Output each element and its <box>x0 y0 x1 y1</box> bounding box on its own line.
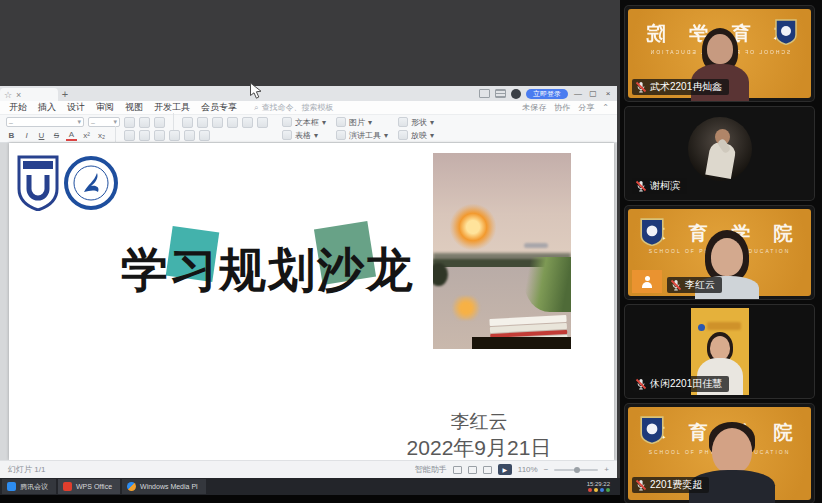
wps-status-bar: 幻灯片 1/1 智能助手 ▶ 110% − + <box>0 460 617 478</box>
small-circle-logo <box>698 324 705 331</box>
insert-picture-button[interactable]: 图片▾ <box>336 117 388 128</box>
speech-tools-icon <box>336 130 346 140</box>
blurred-banner-text <box>707 322 741 330</box>
align-center-icon[interactable] <box>139 130 150 141</box>
insert-table-button[interactable]: 表格▾ <box>282 130 326 141</box>
columns-icon[interactable] <box>184 130 195 141</box>
login-button[interactable]: 立即登录 <box>526 89 568 99</box>
shrink-font-icon[interactable] <box>139 117 150 128</box>
participant-name: 武术2201冉灿鑫 <box>650 80 722 94</box>
tray-icon-red[interactable] <box>588 488 592 492</box>
font-family-select[interactable]: –▾ <box>6 117 84 127</box>
tray-icon-yellow[interactable] <box>594 488 598 492</box>
textbox-icon <box>282 117 292 127</box>
command-search[interactable]: ⌕ 查找命令、搜索模板 <box>254 102 333 113</box>
speech-tools-button[interactable]: 演讲工具▾ <box>336 130 388 141</box>
font-color-button[interactable]: A <box>66 130 77 141</box>
share-button[interactable]: 分享 <box>578 102 594 113</box>
mic-muted-icon <box>635 81 647 93</box>
ai-assistant-button[interactable]: 智能助手 <box>415 464 447 475</box>
clear-format-icon[interactable] <box>154 117 165 128</box>
insert-shape-button[interactable]: 形状▾ <box>398 117 434 128</box>
system-tray: 15:29:22 <box>587 481 620 492</box>
subscript-button[interactable]: x₂ <box>96 131 107 140</box>
menu-design[interactable]: 设计 <box>67 101 85 114</box>
menu-review[interactable]: 审阅 <box>96 101 114 114</box>
taskbar-app-wps[interactable]: WPS Office <box>58 479 120 494</box>
zoom-slider[interactable] <box>554 469 598 471</box>
taskbar-app-media-player[interactable]: Windows Media Pl <box>122 479 206 494</box>
participant-tile-2[interactable]: 谢柯滨 <box>625 107 814 200</box>
indent-increase-icon[interactable] <box>227 117 238 128</box>
zoom-out-icon[interactable]: − <box>544 465 549 474</box>
maximize-button[interactable]: ▢ <box>588 89 598 98</box>
table-icon <box>282 130 292 140</box>
grow-font-icon[interactable] <box>124 117 135 128</box>
quick-actions: 未保存 协作 分享 ⌃ <box>522 102 617 113</box>
menu-devtools[interactable]: 开发工具 <box>154 101 190 114</box>
participant-name-bar: 李红云 <box>667 277 722 293</box>
participant-tile-5[interactable]: 体 育 学 院 SCHOOL OF PHYSICAL EDUCATION 2 <box>625 404 814 503</box>
cooperate-button[interactable]: 协作 <box>554 102 570 113</box>
participant-name-bar: 休闲2201田佳慧 <box>632 376 729 392</box>
superscript-button[interactable]: x² <box>81 131 92 140</box>
normal-view-icon[interactable] <box>453 466 462 474</box>
user-avatar[interactable] <box>511 89 521 99</box>
zoom-slider-knob[interactable] <box>574 467 580 473</box>
slide-date[interactable]: 2022年9月21日 <box>357 434 601 460</box>
mic-muted-icon <box>635 378 647 390</box>
strike-button[interactable]: S <box>51 131 62 140</box>
participant-tile-4[interactable]: 休闲2201田佳慧 <box>625 305 814 398</box>
tab-star-icon[interactable]: ☆ <box>4 90 12 100</box>
layout-switch-icon[interactable] <box>479 89 490 98</box>
wps-ribbon: –▾ –▾ B I <box>0 115 617 143</box>
paragraph-settings-icon[interactable] <box>199 130 210 141</box>
reading-view-icon[interactable] <box>483 466 492 474</box>
mic-muted-icon <box>635 180 647 192</box>
slide-author[interactable]: 李红云 <box>379 409 579 435</box>
zoom-level[interactable]: 110% <box>518 465 538 474</box>
search-placeholder: 查找命令、搜索模板 <box>261 102 333 113</box>
tray-icon-green[interactable] <box>606 488 610 492</box>
tray-clock: 15:29:22 <box>587 481 610 487</box>
align-right-icon[interactable] <box>154 130 165 141</box>
italic-button[interactable]: I <box>21 131 32 140</box>
apps-grid-icon[interactable] <box>495 89 506 98</box>
underline-button[interactable]: U <box>36 131 47 140</box>
photo-ledge <box>472 337 571 349</box>
play-slideshow-button[interactable]: ▶ <box>498 464 512 475</box>
participant-tile-1[interactable]: 体 育 学 院 SCHOOL OF PHYSICAL EDUCATION 武 <box>625 6 814 101</box>
participant-tile-3[interactable]: 体 育 学 院 SCHOOL OF PHYSICAL EDUCATION <box>625 206 814 299</box>
document-tab[interactable]: ☆ × <box>0 88 58 101</box>
participant-name-bar: 谢柯滨 <box>632 178 687 194</box>
mouse-cursor <box>249 82 263 100</box>
align-justify-icon[interactable] <box>169 130 180 141</box>
numbered-list-icon[interactable] <box>197 117 208 128</box>
line-spacing-icon[interactable] <box>242 117 253 128</box>
close-button[interactable]: × <box>603 89 613 98</box>
insert-textbox-button[interactable]: 文本框▾ <box>282 117 326 128</box>
shared-desktop-taskbar: 腾讯会议 WPS Office Windows Media Pl 15:29:2… <box>0 478 620 495</box>
menu-member[interactable]: 会员专享 <box>201 101 237 114</box>
new-tab-button[interactable]: + <box>58 88 72 100</box>
slide-title-block[interactable]: 学习规划沙龙 <box>121 239 501 307</box>
collapse-ribbon-icon[interactable]: ⌃ <box>602 103 609 112</box>
slideshow-button[interactable]: 放映▾ <box>398 130 434 141</box>
slideshow-icon <box>398 130 408 140</box>
zoom-in-icon[interactable]: + <box>604 465 609 474</box>
bold-button[interactable]: B <box>6 131 17 140</box>
minimize-button[interactable]: — <box>573 89 583 98</box>
indent-decrease-icon[interactable] <box>212 117 223 128</box>
menu-insert[interactable]: 插入 <box>38 101 56 114</box>
taskbar-app-meeting[interactable]: 腾讯会议 <box>2 479 56 494</box>
sorter-view-icon[interactable] <box>468 466 477 474</box>
tray-icon-blue[interactable] <box>600 488 604 492</box>
wps-app-icon <box>63 482 72 491</box>
bullet-list-icon[interactable] <box>182 117 193 128</box>
text-direction-icon[interactable] <box>257 117 268 128</box>
tab-close-icon[interactable]: × <box>16 90 21 100</box>
menu-view[interactable]: 视图 <box>125 101 143 114</box>
menu-start[interactable]: 开始 <box>9 101 27 114</box>
slide-canvas[interactable]: 学习规划沙龙 <box>9 143 614 460</box>
align-left-icon[interactable] <box>124 130 135 141</box>
